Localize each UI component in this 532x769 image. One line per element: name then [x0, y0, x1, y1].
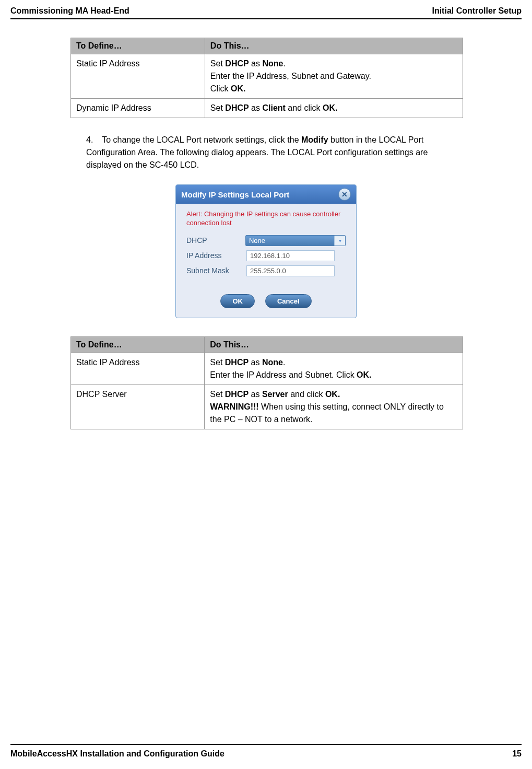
dhcp-select[interactable]: None ▾: [245, 235, 346, 246]
cell-dothis: Set DHCP as Server and click OK. WARNING…: [205, 384, 463, 429]
cell-dothis: Set DHCP as Client and click OK.: [205, 99, 463, 118]
ip-input[interactable]: 192.168.1.10: [246, 250, 335, 261]
dhcp-label: DHCP: [186, 236, 245, 244]
cell-define: DHCP Server: [71, 384, 205, 429]
table-header-dothis: Do This…: [205, 336, 463, 353]
dhcp-row: DHCP None ▾: [186, 235, 346, 246]
dialog-screenshot: Modify IP Settings Local Port ✕ Alert: C…: [70, 184, 462, 318]
ok-button[interactable]: OK: [220, 294, 255, 308]
page-number: 15: [512, 749, 522, 759]
cell-define: Static IP Address: [71, 353, 205, 384]
table-row: Dynamic IP Address Set DHCP as Client an…: [71, 99, 463, 118]
chevron-down-icon: ▾: [334, 236, 345, 246]
dialog-alert: Alert: Changing the IP settings can caus…: [186, 210, 346, 228]
table-local-define: To Define… Do This… Static IP Address Se…: [70, 336, 463, 429]
table-header-define: To Define…: [71, 38, 205, 54]
cancel-button[interactable]: Cancel: [265, 294, 312, 308]
subnet-row: Subnet Mask 255.255.0.0: [186, 265, 346, 276]
footer-rule: [10, 744, 522, 745]
table-row: Static IP Address Set DHCP as None. Ente…: [71, 353, 463, 384]
ip-row: IP Address 192.168.1.10: [186, 250, 346, 261]
table-header-define: To Define…: [71, 336, 205, 353]
dialog-title: Modify IP Settings Local Port: [181, 190, 289, 199]
modify-ip-dialog: Modify IP Settings Local Port ✕ Alert: C…: [175, 184, 357, 318]
cell-define: Static IP Address: [71, 54, 205, 99]
subnet-label: Subnet Mask: [186, 266, 246, 275]
ip-label: IP Address: [186, 251, 246, 260]
table-row: Static IP Address Set DHCP as None. Ente…: [71, 54, 463, 99]
cell-define: Dynamic IP Address: [71, 99, 205, 118]
dialog-body: Alert: Changing the IP settings can caus…: [176, 204, 356, 287]
cell-dothis: Set DHCP as None. Enter the IP Address a…: [205, 353, 463, 384]
footer-title: MobileAccessHX Installation and Configur…: [10, 749, 224, 759]
step-4: 4. To change the LOCAL Port network sett…: [86, 134, 462, 171]
header-rule: [10, 18, 522, 19]
header-left: Commissioning MA Head-End: [10, 6, 129, 16]
page-header: Commissioning MA Head-End Initial Contro…: [0, 0, 532, 16]
table-row: DHCP Server Set DHCP as Server and click…: [71, 384, 463, 429]
table-wan-define: To Define… Do This… Static IP Address Se…: [70, 38, 463, 118]
step-number: 4.: [86, 134, 100, 146]
close-icon[interactable]: ✕: [338, 188, 351, 201]
cell-dothis: Set DHCP as None. Enter the IP Address, …: [205, 54, 463, 99]
dialog-buttons: OK Cancel: [176, 287, 356, 318]
dialog-titlebar: Modify IP Settings Local Port ✕: [176, 185, 356, 204]
header-right: Initial Controller Setup: [432, 6, 522, 16]
subnet-input[interactable]: 255.255.0.0: [246, 265, 335, 276]
page-footer: MobileAccessHX Installation and Configur…: [10, 744, 522, 759]
table-header-dothis: Do This…: [205, 38, 463, 54]
